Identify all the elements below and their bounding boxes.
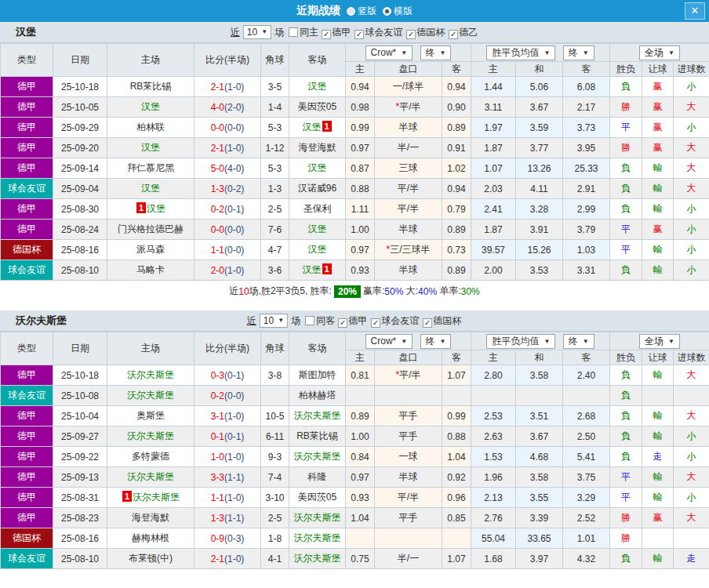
result-handicap-text: 赢 <box>653 101 663 112</box>
odds-source-dropdown[interactable]: Crow* <box>365 45 413 60</box>
handicap-away-odds <box>442 386 471 406</box>
result-handicap: 輸 <box>642 260 674 281</box>
avg-away-odds: 25.33 <box>563 158 610 179</box>
avg-type-dropdown[interactable]: 胜平负均值 <box>486 45 555 60</box>
same-venue-checkbox[interactable] <box>289 27 298 37</box>
result-goals: 小 <box>674 488 709 508</box>
date-cell: 25-08-31 <box>53 488 107 508</box>
date-cell: 25-08-23 <box>53 508 107 528</box>
halftime-score: (0-1) <box>224 204 244 215</box>
league-cell: 德甲 <box>1 77 53 97</box>
filter-bar: 近 10 场 同客 德甲球会友谊德国杯 <box>247 314 462 328</box>
result-handicap: 輸 <box>642 179 674 199</box>
odds-final-dropdown[interactable]: 终 <box>420 334 452 349</box>
avg-away-odds: 3.75 <box>563 467 610 488</box>
match-count-select[interactable]: 10 <box>260 314 288 328</box>
handicap-away-odds: 1.07 <box>442 549 471 569</box>
avg-final-dropdown[interactable]: 终 <box>563 334 594 349</box>
handicap-line <box>375 386 442 406</box>
avg-away-odds <box>563 386 610 406</box>
result-goals-text: 小 <box>687 81 696 92</box>
result-handicap: 輸 <box>642 240 674 260</box>
radio-horizontal-layout[interactable] <box>383 7 391 16</box>
result-wdl-text: 勝 <box>621 142 631 153</box>
avg-away-odds: 2.40 <box>563 365 610 386</box>
avg-draw-odds: 4.68 <box>516 447 563 467</box>
close-icon[interactable] <box>685 2 705 20</box>
avg-draw-odds: 5.06 <box>516 77 563 97</box>
fulltime-score: 1-1 <box>211 245 224 256</box>
team-name-text: 海登海默 <box>132 512 169 523</box>
col-header-avg-home: 主 <box>471 62 516 77</box>
team-title: 汉堡 <box>16 25 36 39</box>
avg-away-odds: 3.31 <box>563 260 610 281</box>
league-filter-label: 德乙 <box>459 27 478 38</box>
results-table: 类型 日期 主场 比分(半场) 角球 客场 Crow* 终 胜平负均值 终 全场 <box>0 332 709 569</box>
col-header-odds-away: 客 <box>442 350 471 365</box>
league-filter-label: 德国杯 <box>433 315 461 326</box>
fulltime-dropdown[interactable]: 全场 <box>639 334 680 349</box>
avg-type-dropdown[interactable]: 胜平负均值 <box>486 334 555 349</box>
score-cell: 1-3(1-1) <box>195 508 261 528</box>
near-link[interactable]: 近 <box>231 26 240 39</box>
avg-draw-odds: 3.77 <box>516 138 563 158</box>
result-goals: 小 <box>674 447 709 467</box>
league-checkbox[interactable] <box>322 30 331 39</box>
handicap-home-odds: 0.94 <box>346 77 375 97</box>
col-header-home: 主场 <box>107 44 195 77</box>
result-wdl-text: 負 <box>621 553 631 564</box>
date-cell: 25-09-27 <box>53 426 107 447</box>
score-cell: 1-0(1-0) <box>195 447 261 467</box>
match-count-select[interactable]: 10 <box>243 25 271 39</box>
league-checkbox[interactable] <box>338 318 347 328</box>
team-section-hamburg: 汉堡 近 10 场 同主 德甲球会友谊德国杯德乙 类型 日期 主场 比分(半场)… <box>0 22 709 302</box>
date-cell: 25-09-04 <box>53 179 107 199</box>
result-goals: 小 <box>674 118 709 138</box>
halftime-score: (0-3) <box>224 533 244 544</box>
avg-final-dropdown[interactable]: 终 <box>563 45 594 60</box>
halftime-score: (1-0) <box>224 143 244 154</box>
radio-vertical-label[interactable]: 竖版 <box>358 5 376 18</box>
league-checkbox[interactable] <box>449 30 458 39</box>
corners-cell: 3-10 <box>261 488 289 508</box>
result-wdl: 平 <box>610 488 642 508</box>
league-cell: 球会友谊 <box>1 549 53 569</box>
league-checkbox[interactable] <box>371 318 380 328</box>
fulltime-dropdown[interactable]: 全场 <box>639 45 680 60</box>
team-name-text: 沃尔夫斯堡 <box>294 532 341 543</box>
avg-away-odds: 3.73 <box>563 118 610 138</box>
team-name-text: 派马森 <box>136 244 165 255</box>
league-cell: 德甲 <box>1 447 53 467</box>
same-venue-checkbox[interactable] <box>305 316 315 325</box>
result-goals: 小 <box>674 220 709 240</box>
summary-text: 40% <box>418 286 437 297</box>
avg-away-odds: 2.17 <box>563 97 610 118</box>
league-checkbox[interactable] <box>406 30 416 39</box>
result-goals <box>674 528 709 549</box>
col-header-date: 日期 <box>53 332 107 365</box>
titlebar: 近期战绩 竖版 横版 <box>0 0 709 22</box>
away-team-cell: 汉诺威96 <box>289 179 346 199</box>
team-name-text: 马略卡 <box>136 264 165 275</box>
corners-cell: 10-5 <box>261 406 289 426</box>
col-header-score: 比分(半场) <box>195 332 261 365</box>
home-team-cell: 1汉堡 <box>107 199 195 220</box>
league-cell: 德甲 <box>1 426 53 447</box>
result-goals-text: 大 <box>687 101 696 112</box>
odds-source-dropdown[interactable]: Crow* <box>365 334 413 349</box>
near-link[interactable]: 近 <box>247 314 256 328</box>
home-team-cell: 派马森 <box>107 240 195 260</box>
league-checkbox[interactable] <box>423 318 432 328</box>
odds-final-dropdown[interactable]: 终 <box>420 45 452 60</box>
section-header: 汉堡 近 10 场 同主 德甲球会友谊德国杯德乙 <box>0 22 709 43</box>
result-goals: 大 <box>674 467 709 488</box>
league-checkbox[interactable] <box>354 30 364 39</box>
halftime-score: (1-0) <box>224 265 244 276</box>
radio-vertical-layout[interactable] <box>347 7 355 16</box>
match-row: 德甲25-08-24门兴格拉德巴赫0-0(0-0)7-6汉堡1.00半球0.89… <box>1 220 709 240</box>
radio-horizontal-label[interactable]: 横版 <box>394 5 413 18</box>
date-cell: 25-09-14 <box>53 158 107 179</box>
league-cell: 德甲 <box>1 508 53 528</box>
result-wdl-text: 負 <box>621 410 631 421</box>
result-handicap: 赢 <box>642 97 674 118</box>
